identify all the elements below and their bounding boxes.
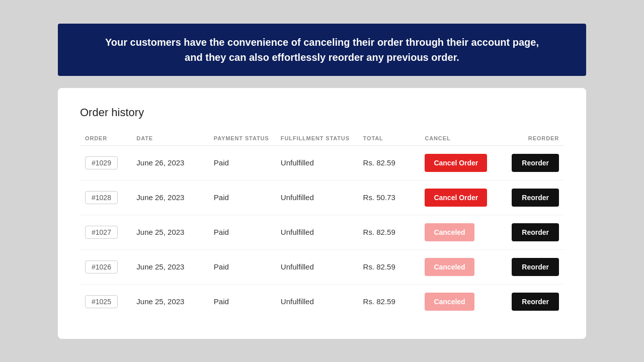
cell-reorder: Reorder bbox=[502, 180, 564, 215]
cell-date: June 26, 2023 bbox=[131, 180, 209, 215]
reorder-button[interactable]: Reorder bbox=[512, 189, 559, 207]
col-header-date: DATE bbox=[131, 131, 209, 146]
table-row: #1027 June 25, 2023 Paid Unfulfilled Rs.… bbox=[80, 215, 564, 249]
table-row: #1028 June 26, 2023 Paid Unfulfilled Rs.… bbox=[80, 180, 564, 215]
col-header-total: TOTAL bbox=[358, 131, 420, 146]
order-badge: #1027 bbox=[85, 226, 118, 239]
cell-cancel: Canceled bbox=[420, 249, 502, 284]
reorder-button[interactable]: Reorder bbox=[512, 223, 559, 241]
col-header-order: ORDER bbox=[80, 131, 131, 146]
col-header-payment: PAYMENT STATUS bbox=[209, 131, 276, 146]
cell-date: June 25, 2023 bbox=[131, 249, 209, 284]
banner-line2: and they can also effortlessly reorder a… bbox=[185, 52, 459, 63]
order-history-card: Order history ORDER DATE PAYMENT STATUS … bbox=[58, 88, 586, 339]
cell-order: #1025 bbox=[80, 284, 131, 319]
table-body: #1029 June 26, 2023 Paid Unfulfilled Rs.… bbox=[80, 145, 564, 319]
cell-cancel: Cancel Order bbox=[420, 180, 502, 215]
cell-order: #1029 bbox=[80, 145, 131, 180]
cell-reorder: Reorder bbox=[502, 145, 564, 180]
order-badge: #1026 bbox=[85, 260, 118, 274]
reorder-button[interactable]: Reorder bbox=[512, 258, 559, 276]
canceled-button: Canceled bbox=[425, 223, 474, 241]
cell-fulfillment: Unfulfilled bbox=[276, 180, 358, 215]
cell-order: #1028 bbox=[80, 180, 131, 215]
cell-date: June 25, 2023 bbox=[131, 284, 209, 319]
cell-fulfillment: Unfulfilled bbox=[276, 215, 358, 249]
col-header-fulfillment: FULFILLMENT STATUS bbox=[276, 131, 358, 146]
cell-payment: Paid bbox=[209, 215, 276, 249]
cell-payment: Paid bbox=[209, 249, 276, 284]
cell-cancel: Canceled bbox=[420, 284, 502, 319]
cell-date: June 26, 2023 bbox=[131, 145, 209, 180]
canceled-button: Canceled bbox=[425, 258, 474, 276]
reorder-button[interactable]: Reorder bbox=[512, 154, 559, 172]
cell-total: Rs. 82.59 bbox=[358, 249, 420, 284]
cell-fulfillment: Unfulfilled bbox=[276, 284, 358, 319]
table-header: ORDER DATE PAYMENT STATUS FULFILLMENT ST… bbox=[80, 131, 564, 146]
cell-reorder: Reorder bbox=[502, 284, 564, 319]
page-wrapper: Your customers have the convenience of c… bbox=[0, 0, 644, 362]
order-badge: #1029 bbox=[85, 156, 118, 169]
reorder-button[interactable]: Reorder bbox=[512, 293, 559, 311]
table-row: #1029 June 26, 2023 Paid Unfulfilled Rs.… bbox=[80, 145, 564, 180]
table-row: #1025 June 25, 2023 Paid Unfulfilled Rs.… bbox=[80, 284, 564, 319]
cell-order: #1027 bbox=[80, 215, 131, 249]
card-title: Order history bbox=[80, 106, 564, 119]
cell-total: Rs. 82.59 bbox=[358, 284, 420, 319]
order-history-table: ORDER DATE PAYMENT STATUS FULFILLMENT ST… bbox=[80, 131, 564, 319]
order-badge: #1025 bbox=[85, 295, 118, 308]
cell-payment: Paid bbox=[209, 180, 276, 215]
cell-fulfillment: Unfulfilled bbox=[276, 145, 358, 180]
cell-payment: Paid bbox=[209, 145, 276, 180]
order-badge: #1028 bbox=[85, 191, 118, 204]
cell-date: June 25, 2023 bbox=[131, 215, 209, 249]
banner: Your customers have the convenience of c… bbox=[58, 24, 586, 76]
cell-total: Rs. 50.73 bbox=[358, 180, 420, 215]
banner-text: Your customers have the convenience of c… bbox=[78, 35, 566, 65]
cell-reorder: Reorder bbox=[502, 249, 564, 284]
cell-reorder: Reorder bbox=[502, 215, 564, 249]
cancel-order-button[interactable]: Cancel Order bbox=[425, 189, 487, 207]
table-row: #1026 June 25, 2023 Paid Unfulfilled Rs.… bbox=[80, 249, 564, 284]
col-header-cancel: CANCEL bbox=[420, 131, 502, 146]
cell-payment: Paid bbox=[209, 284, 276, 319]
cell-total: Rs. 82.59 bbox=[358, 145, 420, 180]
cell-cancel: Cancel Order bbox=[420, 145, 502, 180]
cell-cancel: Canceled bbox=[420, 215, 502, 249]
cell-order: #1026 bbox=[80, 249, 131, 284]
col-header-reorder: REORDER bbox=[502, 131, 564, 146]
banner-line1: Your customers have the convenience of c… bbox=[105, 37, 539, 48]
canceled-button: Canceled bbox=[425, 293, 474, 311]
cell-total: Rs. 82.59 bbox=[358, 215, 420, 249]
cancel-order-button[interactable]: Cancel Order bbox=[425, 154, 487, 172]
cell-fulfillment: Unfulfilled bbox=[276, 249, 358, 284]
